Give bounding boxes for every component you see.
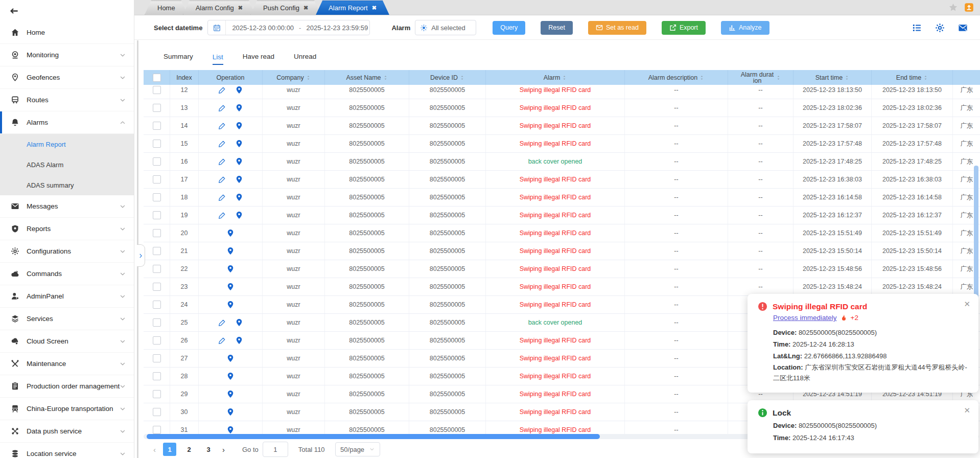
locate-icon[interactable] bbox=[226, 390, 235, 398]
sidebar-item-monitoring[interactable]: Monitoring bbox=[0, 44, 134, 66]
tab-unread[interactable]: Unread bbox=[294, 53, 316, 65]
row-checkbox[interactable] bbox=[153, 211, 161, 219]
row-checkbox[interactable] bbox=[153, 318, 161, 327]
row-checkbox[interactable] bbox=[153, 175, 161, 184]
locate-icon[interactable] bbox=[235, 175, 243, 184]
sort-icon[interactable] bbox=[776, 75, 781, 81]
set-as-read-button[interactable]: Set as read bbox=[588, 21, 646, 35]
sidebar-item-configurations[interactable]: Configurations bbox=[0, 240, 134, 263]
close-tab-icon[interactable]: ✖ bbox=[238, 5, 243, 11]
sidebar-item-commands[interactable]: Commands bbox=[0, 263, 134, 285]
reset-button[interactable]: Reset bbox=[541, 21, 573, 35]
prev-page-button[interactable]: ‹ bbox=[153, 445, 156, 454]
export-button[interactable]: Export bbox=[662, 21, 706, 35]
promo-icon[interactable] bbox=[964, 3, 974, 12]
vertical-scrollbar-thumb[interactable] bbox=[974, 166, 978, 315]
column-header-end[interactable]: End time bbox=[872, 70, 953, 85]
row-checkbox[interactable] bbox=[153, 122, 161, 130]
query-button[interactable]: Query bbox=[493, 21, 525, 35]
edit-icon[interactable] bbox=[218, 86, 226, 94]
sidebar-item-home[interactable]: Home bbox=[0, 21, 134, 44]
sort-icon[interactable] bbox=[562, 75, 567, 81]
edit-icon[interactable] bbox=[218, 194, 226, 201]
locate-icon[interactable] bbox=[226, 426, 235, 434]
mail-icon[interactable] bbox=[958, 23, 968, 33]
edit-icon[interactable] bbox=[218, 319, 226, 327]
window-tab-push-config[interactable]: Push Config✖ bbox=[250, 1, 321, 15]
row-checkbox[interactable] bbox=[153, 104, 161, 112]
sidebar-item-cloud-screen[interactable]: Cloud Screen bbox=[0, 330, 134, 353]
window-tab-alarm-config[interactable]: Alarm Config✖ bbox=[183, 1, 255, 15]
favorite-star-icon[interactable] bbox=[948, 3, 958, 12]
column-header-duration[interactable]: Alarm duration bbox=[728, 70, 794, 85]
locate-icon[interactable] bbox=[235, 211, 243, 219]
locate-icon[interactable] bbox=[235, 140, 243, 148]
tab-have-read[interactable]: Have read bbox=[243, 53, 274, 65]
row-checkbox[interactable] bbox=[153, 140, 161, 148]
alarm-type-select[interactable]: All selected bbox=[415, 20, 476, 35]
datetime-end-value[interactable]: 2025-12-23 23:59:59 bbox=[306, 24, 368, 32]
column-header-description[interactable]: Alarm description bbox=[625, 70, 728, 85]
row-checkbox[interactable] bbox=[153, 336, 161, 345]
sort-icon[interactable] bbox=[699, 75, 704, 81]
edit-icon[interactable] bbox=[218, 158, 226, 166]
sort-icon[interactable] bbox=[923, 75, 928, 81]
edit-icon[interactable] bbox=[218, 140, 226, 148]
back-arrow-icon[interactable] bbox=[9, 6, 19, 16]
row-checkbox[interactable] bbox=[153, 408, 161, 416]
sort-icon[interactable] bbox=[845, 75, 849, 81]
row-checkbox[interactable] bbox=[153, 372, 161, 380]
row-checkbox[interactable] bbox=[153, 426, 161, 434]
locate-icon[interactable] bbox=[226, 354, 235, 362]
column-header-asset[interactable]: Asset Name bbox=[325, 70, 409, 85]
page-button-1[interactable]: 1 bbox=[163, 443, 176, 456]
locate-icon[interactable] bbox=[235, 86, 243, 94]
sidebar-subitem-adas-alarm[interactable]: ADAS Alarm bbox=[0, 154, 134, 175]
next-page-button[interactable]: › bbox=[222, 445, 225, 454]
row-checkbox[interactable] bbox=[153, 86, 161, 94]
row-checkbox[interactable] bbox=[153, 265, 161, 273]
locate-icon[interactable] bbox=[235, 336, 243, 345]
row-checkbox[interactable] bbox=[153, 301, 161, 309]
locate-icon[interactable] bbox=[235, 157, 243, 166]
sidebar-item-location-service[interactable]: Location service bbox=[0, 443, 134, 458]
datetime-range-picker[interactable]: 2025-12-23 00:00:00 - 2025-12-23 23:59:5… bbox=[207, 20, 370, 35]
locate-icon[interactable] bbox=[226, 372, 235, 380]
sidebar-item-messages[interactable]: Messages bbox=[0, 195, 134, 218]
tab-list[interactable]: List bbox=[213, 53, 223, 65]
column-header-start[interactable]: Start time bbox=[794, 70, 872, 85]
sidebar-subitem-alarm-report[interactable]: Alarm Report bbox=[0, 134, 134, 154]
page-size-select[interactable]: 50/page bbox=[335, 442, 380, 456]
locate-icon[interactable] bbox=[226, 247, 235, 255]
goto-page-input[interactable] bbox=[263, 442, 288, 457]
locate-icon[interactable] bbox=[226, 408, 235, 416]
sidebar-item-reports[interactable]: Reports bbox=[0, 218, 134, 240]
locate-icon[interactable] bbox=[235, 318, 243, 327]
horizontal-scrollbar-thumb[interactable] bbox=[147, 434, 600, 439]
sidebar-item-adminpanel[interactable]: AdminPanel bbox=[0, 285, 134, 308]
locate-icon[interactable] bbox=[226, 301, 235, 309]
locate-icon[interactable] bbox=[226, 265, 235, 273]
sort-icon[interactable] bbox=[306, 75, 311, 81]
locate-icon[interactable] bbox=[235, 104, 243, 112]
sort-icon[interactable] bbox=[460, 75, 464, 81]
row-checkbox[interactable] bbox=[153, 283, 161, 291]
locate-icon[interactable] bbox=[235, 122, 243, 130]
datetime-start-value[interactable]: 2025-12-23 00:00:00 bbox=[232, 24, 294, 32]
sidebar-item-china-europe-transportation[interactable]: China-Europe transportation bbox=[0, 398, 134, 420]
analyze-button[interactable]: Analyze bbox=[721, 21, 769, 35]
close-tab-icon[interactable]: ✖ bbox=[304, 5, 308, 11]
column-header-device[interactable]: Device ID bbox=[409, 70, 486, 85]
select-all-checkbox[interactable] bbox=[153, 74, 161, 82]
sidebar-item-data-push-service[interactable]: Data push service bbox=[0, 420, 134, 443]
edit-icon[interactable] bbox=[218, 104, 226, 112]
row-checkbox[interactable] bbox=[153, 193, 161, 201]
tab-summary[interactable]: Summary bbox=[164, 53, 193, 65]
sort-icon[interactable] bbox=[383, 75, 388, 81]
sidebar-item-production-order-management[interactable]: Production order management bbox=[0, 375, 134, 398]
process-immediately-link[interactable]: Process immediately bbox=[773, 314, 837, 322]
edit-icon[interactable] bbox=[218, 176, 226, 184]
close-icon[interactable]: ✕ bbox=[964, 406, 970, 414]
sidebar-subitem-adas-summary[interactable]: ADAS summary bbox=[0, 175, 134, 195]
edit-icon[interactable] bbox=[218, 337, 226, 345]
